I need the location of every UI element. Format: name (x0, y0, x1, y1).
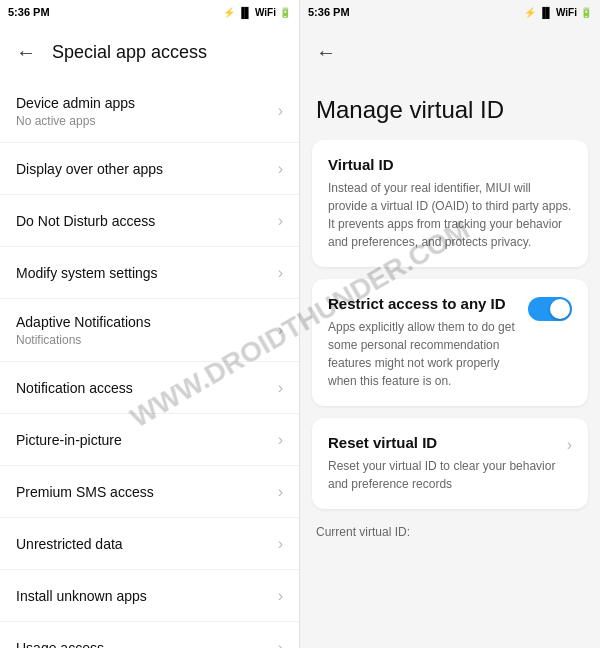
list-item-title: Modify system settings (16, 264, 270, 282)
list-item-subtitle: Notifications (16, 333, 270, 347)
list-item-title: Adaptive Notifications (16, 313, 270, 331)
list-item-content: Install unknown apps (16, 587, 270, 605)
chevron-icon: › (278, 431, 283, 449)
status-bar-right: 5:36 PM ⚡ ▐▌ WiFi 🔋 (300, 0, 600, 24)
list-item-title: Do Not Disturb access (16, 212, 270, 230)
status-icons-left: ⚡ ▐▌ WiFi 🔋 (223, 7, 291, 18)
list-item-title: Display over other apps (16, 160, 270, 178)
chevron-icon: › (278, 535, 283, 553)
right-panel-title: Manage virtual ID (300, 88, 600, 140)
left-back-button[interactable]: ← (16, 41, 36, 64)
list-item-title: Install unknown apps (16, 587, 270, 605)
virtual-id-card-title: Virtual ID (328, 156, 572, 173)
restrict-card-text: Restrict access to any ID Apps explicitl… (328, 295, 516, 390)
battery-icon: 🔋 (279, 7, 291, 18)
chevron-icon: › (278, 264, 283, 282)
restrict-card: Restrict access to any ID Apps explicitl… (312, 279, 588, 406)
chevron-icon: › (278, 639, 283, 648)
right-panel-header: ← (300, 24, 600, 80)
chevron-icon: › (278, 321, 283, 339)
virtual-id-card: Virtual ID Instead of your real identifi… (312, 140, 588, 267)
status-icons-right: ⚡ ▐▌ WiFi 🔋 (524, 7, 592, 18)
list-item-content: Premium SMS access (16, 483, 270, 501)
list-item[interactable]: Modify system settings › (0, 247, 299, 299)
list-item-title: Notification access (16, 379, 270, 397)
chevron-icon: › (278, 379, 283, 397)
list-item[interactable]: Install unknown apps › (0, 570, 299, 622)
restrict-card-title: Restrict access to any ID (328, 295, 516, 312)
wifi-icon: WiFi (255, 7, 276, 18)
restrict-card-row: Restrict access to any ID Apps explicitl… (328, 295, 572, 390)
signal-icon: ▐▌ (238, 7, 252, 18)
bluetooth-icon-right: ⚡ (524, 7, 536, 18)
time-left: 5:36 PM (8, 6, 50, 18)
list-item-content: Display over other apps (16, 160, 270, 178)
list-item-subtitle: No active apps (16, 114, 270, 128)
bluetooth-icon: ⚡ (223, 7, 235, 18)
reset-card-title: Reset virtual ID (328, 434, 559, 451)
list-item-content: Usage access (16, 639, 270, 648)
list-item-content: Do Not Disturb access (16, 212, 270, 230)
chevron-icon: › (278, 483, 283, 501)
list-item-content: Adaptive Notifications Notifications (16, 313, 270, 347)
left-panel-title: Special app access (52, 42, 207, 63)
current-id-label: Current virtual ID: (300, 521, 600, 547)
left-panel-header: ← Special app access (0, 24, 299, 80)
reset-chevron-icon: › (567, 436, 572, 454)
time-right: 5:36 PM (308, 6, 350, 18)
list-item-title: Device admin apps (16, 94, 270, 112)
reset-card-link[interactable]: Reset virtual ID Reset your virtual ID t… (328, 434, 572, 493)
wifi-icon-right: WiFi (556, 7, 577, 18)
right-content: Manage virtual ID Virtual ID Instead of … (300, 80, 600, 648)
list-item-title: Unrestricted data (16, 535, 270, 553)
left-panel: 5:36 PM ⚡ ▐▌ WiFi 🔋 ← Special app access… (0, 0, 300, 648)
list-item[interactable]: Adaptive Notifications Notifications › (0, 299, 299, 362)
list-item[interactable]: Device admin apps No active apps › (0, 80, 299, 143)
right-panel: 5:36 PM ⚡ ▐▌ WiFi 🔋 ← Manage virtual ID … (300, 0, 600, 648)
list-item-content: Device admin apps No active apps (16, 94, 270, 128)
reset-card-desc: Reset your virtual ID to clear your beha… (328, 457, 559, 493)
list-item-title: Picture-in-picture (16, 431, 270, 449)
list-item[interactable]: Picture-in-picture › (0, 414, 299, 466)
status-bar-left: 5:36 PM ⚡ ▐▌ WiFi 🔋 (0, 0, 299, 24)
settings-list: Device admin apps No active apps › Displ… (0, 80, 299, 648)
battery-icon-right: 🔋 (580, 7, 592, 18)
list-item[interactable]: Premium SMS access › (0, 466, 299, 518)
list-item-title: Premium SMS access (16, 483, 270, 501)
list-item-title: Usage access (16, 639, 270, 648)
list-item-content: Unrestricted data (16, 535, 270, 553)
list-item[interactable]: Usage access › (0, 622, 299, 648)
reset-card[interactable]: Reset virtual ID Reset your virtual ID t… (312, 418, 588, 509)
list-item-content: Notification access (16, 379, 270, 397)
chevron-icon: › (278, 587, 283, 605)
right-back-button[interactable]: ← (316, 41, 336, 64)
chevron-icon: › (278, 212, 283, 230)
restrict-toggle[interactable] (528, 297, 572, 321)
list-item[interactable]: Unrestricted data › (0, 518, 299, 570)
list-item-content: Picture-in-picture (16, 431, 270, 449)
reset-card-text: Reset virtual ID Reset your virtual ID t… (328, 434, 559, 493)
list-item[interactable]: Notification access › (0, 362, 299, 414)
signal-icon-right: ▐▌ (539, 7, 553, 18)
chevron-icon: › (278, 102, 283, 120)
virtual-id-card-desc: Instead of your real identifier, MIUI wi… (328, 179, 572, 251)
list-item[interactable]: Do Not Disturb access › (0, 195, 299, 247)
list-item[interactable]: Display over other apps › (0, 143, 299, 195)
chevron-icon: › (278, 160, 283, 178)
restrict-card-desc: Apps explicitly allow them to do get som… (328, 318, 516, 390)
list-item-content: Modify system settings (16, 264, 270, 282)
